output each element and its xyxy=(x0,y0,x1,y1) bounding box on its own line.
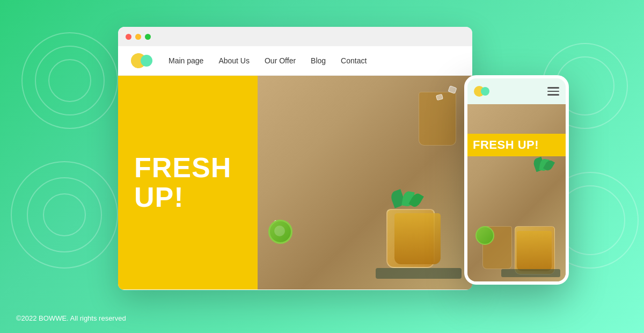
bg-circle xyxy=(21,32,118,129)
bg-circle xyxy=(27,177,102,252)
hero-image-panel xyxy=(258,76,472,289)
nav-link-contact[interactable]: Contact xyxy=(341,56,367,65)
phone-mint-garnish xyxy=(532,158,554,173)
nav-item-offer[interactable]: Our Offer xyxy=(265,56,296,66)
phone-hero-yellow-bar: FRESH UP! xyxy=(467,134,566,156)
browser-dot-green xyxy=(145,34,151,40)
phone-navbar xyxy=(467,78,566,104)
bg-circle xyxy=(11,161,118,269)
nav-item-blog[interactable]: Blog xyxy=(311,56,326,66)
glass-liquid xyxy=(394,213,441,264)
phone-lime-slice xyxy=(475,226,494,245)
nav-link-main[interactable]: Main page xyxy=(169,56,203,65)
lime-slice xyxy=(268,220,292,244)
phone-drink-scene: FRESH UP! xyxy=(467,104,566,285)
logo-green-circle xyxy=(141,55,152,67)
drink-scene xyxy=(258,76,472,289)
mint-garnish xyxy=(392,190,419,209)
phone-hero: FRESH UP! xyxy=(467,104,566,285)
bg-circle xyxy=(43,193,86,236)
hamburger-menu-button[interactable] xyxy=(547,87,559,96)
hamburger-line xyxy=(547,87,559,89)
hamburger-line xyxy=(547,94,559,96)
nav-link-blog[interactable]: Blog xyxy=(311,56,326,65)
phone-logo-green xyxy=(481,87,489,96)
nav-item-contact[interactable]: Contact xyxy=(341,56,367,66)
phone-mockup: FRESH UP! xyxy=(464,75,569,285)
browser-navbar: Main page About Us Our Offer Blog Contac… xyxy=(118,46,472,76)
phone-serving-tray xyxy=(501,269,560,277)
serving-tray xyxy=(376,268,462,279)
phone-hero-title: FRESH UP! xyxy=(473,138,560,152)
hero-title: FRESH UP! xyxy=(134,153,231,212)
nav-logo xyxy=(131,53,152,68)
hamburger-line xyxy=(547,91,559,92)
drink-glass-main xyxy=(381,198,440,268)
browser-hero: FRESH UP! xyxy=(118,76,472,289)
browser-mockup: Main page About Us Our Offer Blog Contac… xyxy=(118,27,472,290)
glass-body xyxy=(386,209,435,268)
browser-dot-yellow xyxy=(135,34,141,40)
browser-dot-red xyxy=(126,34,131,40)
nav-item-about[interactable]: About Us xyxy=(218,56,250,66)
nav-item-main[interactable]: Main page xyxy=(169,56,203,66)
hero-title-line1: FRESH xyxy=(134,152,231,183)
nav-links: Main page About Us Our Offer Blog Contac… xyxy=(169,56,367,66)
phone-glass-liquid xyxy=(517,231,552,271)
copyright-text: ©2022 BOWWE. All rights reserved xyxy=(16,314,126,322)
browser-titlebar xyxy=(118,27,472,46)
phone-logo xyxy=(474,86,489,97)
nav-link-about[interactable]: About Us xyxy=(218,56,250,65)
hero-title-line2: UP! xyxy=(134,182,184,213)
nav-link-offer[interactable]: Our Offer xyxy=(265,56,296,65)
bg-circle xyxy=(48,59,91,102)
hero-yellow-panel: FRESH UP! xyxy=(118,76,258,289)
bg-circle xyxy=(35,46,105,115)
phone-drink-glass xyxy=(515,226,555,274)
